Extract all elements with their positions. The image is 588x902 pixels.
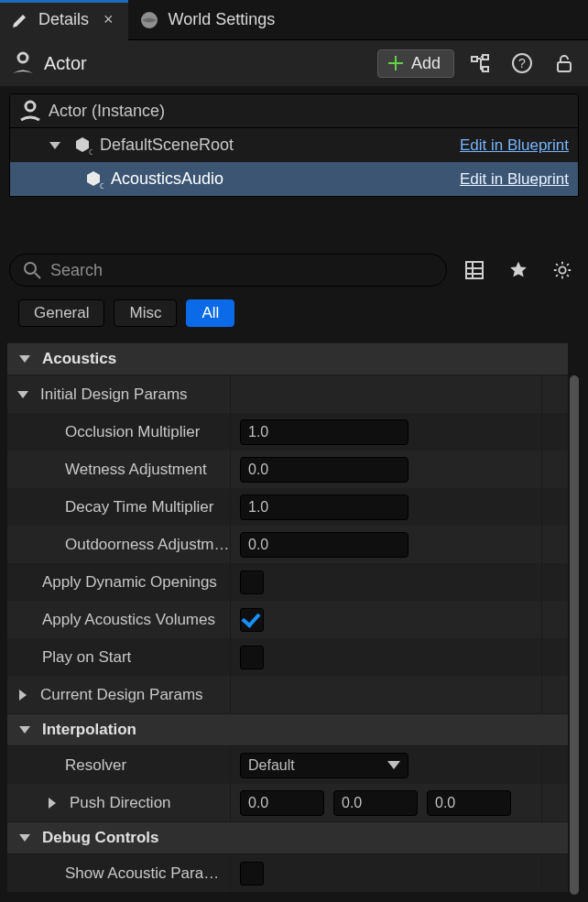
scene-component-icon: C: [72, 136, 93, 156]
search-input[interactable]: [50, 261, 433, 280]
tab-world-label: World Settings: [169, 10, 276, 29]
acoustics-volumes-checkbox[interactable]: [240, 608, 264, 632]
hierarchy-icon[interactable]: [463, 47, 496, 80]
details-table: Acoustics Initial Design Params Occlusio…: [7, 342, 568, 902]
page-title: Actor: [44, 53, 368, 74]
expand-toggle[interactable]: [13, 685, 33, 705]
search-input-wrapper[interactable]: [9, 254, 447, 287]
category-debug-controls[interactable]: Debug Controls: [7, 821, 568, 854]
chevron-down-icon: [387, 761, 400, 769]
matrix-view-icon[interactable]: [458, 254, 491, 287]
search-row: [9, 254, 579, 287]
show-acoustic-params-checkbox[interactable]: [240, 862, 264, 886]
component-tree: Actor (Instance) C DefaultSceneRoot Edit…: [9, 93, 579, 197]
row-label: Apply Acoustics Volumes: [42, 611, 215, 629]
row-wetness-adjustment: Wetness Adjustment: [7, 451, 568, 488]
component-instance-label: Actor (Instance): [49, 102, 165, 121]
svg-point-8: [25, 263, 36, 274]
close-icon[interactable]: ×: [103, 10, 114, 29]
push-x-input[interactable]: [240, 790, 324, 816]
resolver-select[interactable]: Default: [240, 753, 408, 778]
component-child-label: AcousticsAudio: [111, 169, 223, 189]
category-acoustics[interactable]: Acoustics: [7, 342, 568, 375]
row-outdoorness-adjustment: Outdoorness Adjustment: [7, 526, 568, 563]
component-instance-header[interactable]: Actor (Instance): [10, 94, 578, 128]
category-label: Acoustics: [42, 350, 116, 368]
wetness-input[interactable]: [240, 457, 408, 483]
component-child-row[interactable]: C AcousticsAudio Edit in Blueprint: [10, 162, 578, 196]
filter-misc[interactable]: Misc: [114, 299, 177, 327]
outdoorness-input[interactable]: [240, 532, 408, 558]
decay-input[interactable]: [240, 494, 408, 520]
row-label: Play on Start: [42, 648, 131, 667]
add-button[interactable]: Add: [377, 49, 454, 78]
row-current-design-params[interactable]: Current Design Params: [7, 676, 568, 713]
row-play-on-start: Play on Start: [7, 638, 568, 676]
expand-toggle[interactable]: [15, 349, 35, 369]
row-decay-multiplier: Decay Time Multiplier: [7, 488, 568, 526]
svg-text:C: C: [100, 181, 103, 190]
category-label: Interpolation: [42, 721, 136, 739]
push-y-input[interactable]: [333, 790, 418, 816]
row-push-direction: Push Direction: [7, 784, 568, 821]
component-root-row[interactable]: C DefaultSceneRoot Edit in Blueprint: [10, 128, 578, 162]
tab-world-settings[interactable]: World Settings: [128, 0, 290, 40]
edit-in-blueprint-link[interactable]: Edit in Blueprint: [460, 170, 569, 189]
svg-point-10: [559, 266, 565, 273]
row-initial-design-params[interactable]: Initial Design Params: [7, 375, 568, 413]
filter-all[interactable]: All: [186, 299, 234, 327]
row-label: Decay Time Multiplier: [65, 498, 214, 516]
row-show-acoustic-params: Show Acoustic Paramet…: [7, 854, 568, 892]
row-label: Show Acoustic Paramet…: [65, 864, 230, 883]
svg-point-5: [26, 102, 35, 111]
title-bar: Actor Add ?: [0, 40, 588, 86]
expand-toggle[interactable]: [15, 720, 35, 740]
filter-general[interactable]: General: [18, 299, 104, 327]
svg-text:C: C: [89, 147, 93, 156]
gear-icon[interactable]: [546, 254, 579, 287]
row-label: Apply Dynamic Openings: [42, 573, 217, 592]
row-label: Outdoorness Adjustment: [65, 536, 230, 554]
push-z-input[interactable]: [427, 790, 511, 816]
component-root-label: DefaultSceneRoot: [100, 136, 234, 155]
dynamic-openings-checkbox[interactable]: [240, 571, 264, 594]
category-interpolation[interactable]: Interpolation: [7, 713, 568, 746]
row-apply-dynamic-openings: Apply Dynamic Openings: [7, 563, 568, 601]
expand-toggle[interactable]: [13, 385, 33, 405]
play-on-start-checkbox[interactable]: [240, 646, 264, 669]
row-label: Occlusion Multiplier: [65, 423, 200, 441]
favorite-icon[interactable]: [502, 254, 535, 287]
actor-icon: [11, 51, 35, 75]
row-label: Wetness Adjustment: [65, 461, 207, 479]
row-occlusion-multiplier: Occlusion Multiplier: [7, 413, 568, 451]
svg-text:?: ?: [518, 56, 526, 71]
expand-toggle[interactable]: [45, 136, 65, 156]
svg-rect-4: [558, 62, 571, 71]
svg-point-1: [18, 53, 27, 62]
filter-chip-row: General Misc All: [18, 299, 588, 327]
resolver-value: Default: [248, 757, 295, 774]
pencil-icon: [11, 11, 29, 29]
expand-toggle[interactable]: [15, 828, 35, 848]
vertical-scrollbar[interactable]: [570, 375, 579, 895]
row-label: Push Direction: [70, 794, 171, 812]
edit-in-blueprint-link[interactable]: Edit in Blueprint: [460, 136, 569, 155]
scene-component-icon: C: [83, 169, 103, 190]
globe-icon: [139, 10, 159, 30]
plus-icon: [387, 55, 404, 71]
occlusion-input[interactable]: [240, 419, 408, 445]
tab-details-label: Details: [38, 10, 89, 29]
row-label: Initial Design Params: [40, 386, 188, 404]
lock-open-icon[interactable]: [548, 47, 581, 80]
expand-toggle[interactable]: [42, 793, 62, 813]
row-label: Current Design Params: [40, 686, 203, 704]
category-label: Debug Controls: [42, 829, 159, 847]
actor-icon: [19, 100, 41, 122]
search-icon: [23, 261, 41, 279]
add-button-label: Add: [411, 54, 441, 73]
tab-bar: Details × World Settings: [0, 0, 588, 40]
help-icon[interactable]: ?: [506, 47, 539, 80]
row-apply-acoustics-volumes: Apply Acoustics Volumes: [7, 601, 568, 638]
tab-details[interactable]: Details ×: [0, 0, 128, 40]
svg-rect-9: [466, 262, 483, 278]
